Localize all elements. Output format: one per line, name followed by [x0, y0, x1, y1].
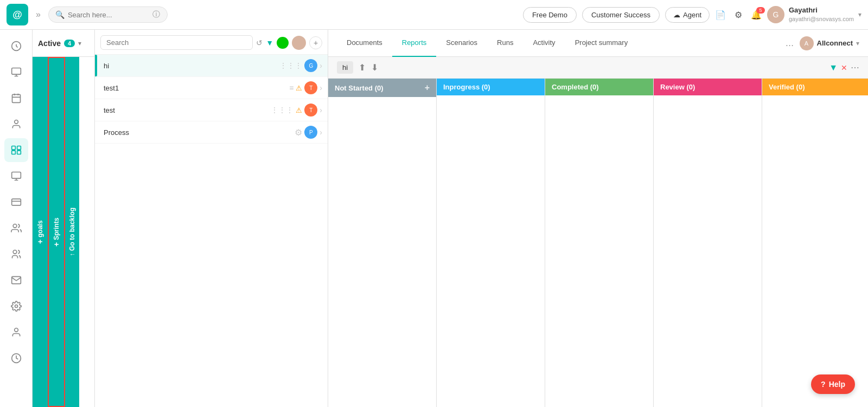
- active-badge: 4: [64, 40, 75, 47]
- subnav-activity[interactable]: Activity: [523, 30, 565, 57]
- sprint-user-avatar: [292, 36, 306, 50]
- subnav-more-icon[interactable]: …: [783, 36, 796, 50]
- sprint-item-hi[interactable]: hi ⋮⋮⋮ G ›: [95, 55, 328, 77]
- sprint-search-input[interactable]: [100, 35, 253, 50]
- project-dropdown-icon[interactable]: ▾: [856, 40, 859, 47]
- kanban-col-not-started: Not Started (0) +: [328, 79, 437, 407]
- search-input[interactable]: [68, 11, 149, 19]
- subnav-documents[interactable]: Documents: [337, 30, 392, 57]
- help-button[interactable]: ? Help: [811, 374, 855, 394]
- drag-icon-test1: ≡: [289, 83, 293, 92]
- active-dropdown-icon[interactable]: ▾: [78, 40, 81, 47]
- sidebar-item-card[interactable]: [4, 190, 28, 214]
- sprint-process-avatar: P: [304, 126, 317, 139]
- sprint-item-test1[interactable]: test1 ≡ ⚠ T ›: [95, 77, 328, 99]
- chevron-right-icon[interactable]: ›: [320, 61, 322, 70]
- logo-button[interactable]: @: [7, 4, 28, 25]
- sprint-item-process[interactable]: Process ⚙ P ›: [95, 121, 328, 144]
- selected-sprint-tag: hi: [337, 61, 353, 74]
- kanban-col-header-inprogress[interactable]: Inprogress (0): [437, 79, 545, 95]
- filter-icon[interactable]: ▼: [266, 38, 273, 47]
- svg-rect-9: [11, 199, 21, 205]
- more-nav-icon[interactable]: »: [34, 8, 43, 22]
- kanban-col-header-review[interactable]: Review (0): [654, 79, 762, 95]
- drag-icon-test: ⋮⋮⋮: [271, 106, 293, 114]
- svg-rect-7: [17, 151, 21, 154]
- agent-button[interactable]: ☁ Agent: [665, 7, 710, 23]
- svg-point-12: [15, 305, 17, 308]
- sub-nav-right: … A Allconnect ▾: [783, 36, 859, 50]
- add-not-started-icon[interactable]: +: [425, 83, 430, 93]
- kanban-col-body-inprogress: [437, 95, 545, 407]
- sidebar-item-analytics[interactable]: [4, 34, 28, 58]
- project-badge: A Allconnect ▾: [800, 36, 859, 50]
- sidebar-item-users[interactable]: [4, 320, 28, 344]
- chevron-right-icon-test1[interactable]: ›: [320, 83, 322, 92]
- user-name: Gayathri: [789, 6, 854, 15]
- left-sidebar: [0, 30, 33, 407]
- kanban-col-header-verified[interactable]: Verified (0): [762, 79, 868, 95]
- kanban-col-verified: Verified (0): [762, 79, 868, 407]
- settings-icon[interactable]: ⚙: [735, 10, 742, 20]
- sprint-test-icons: ⋮⋮⋮ ⚠ T ›: [271, 104, 322, 117]
- svg-point-11: [13, 250, 17, 254]
- kanban-col-body-verified: [762, 95, 868, 407]
- sidebar-item-calendar[interactable]: [4, 86, 28, 110]
- tab-sprints[interactable]: + Sprints: [48, 57, 65, 407]
- sidebar-item-monitor[interactable]: [4, 164, 28, 188]
- notification-icon[interactable]: 🔔 5: [751, 10, 762, 20]
- reset-icon[interactable]: ↺: [256, 38, 263, 47]
- sprint-hi-icons: ⋮⋮⋮ G ›: [279, 59, 322, 72]
- subnav-scenarios[interactable]: Scenarios: [436, 30, 487, 57]
- kanban-filter-icon[interactable]: ▼: [829, 63, 838, 73]
- svg-rect-8: [11, 172, 21, 179]
- chevron-right-icon-test[interactable]: ›: [320, 106, 322, 114]
- subnav-runs[interactable]: Runs: [487, 30, 523, 57]
- svg-point-13: [14, 328, 18, 332]
- kanban-col-body-completed: [545, 95, 653, 407]
- avatar[interactable]: G: [767, 6, 784, 23]
- sprint-test1-avatar: T: [304, 81, 317, 94]
- sidebar-item-tv[interactable]: [4, 60, 28, 84]
- sidebar-item-projects[interactable]: [4, 138, 28, 162]
- kanban-col-header-completed[interactable]: Completed (0): [545, 79, 653, 95]
- subnav-project-summary[interactable]: Project summary: [565, 30, 638, 57]
- sprint-list-panel: ↺ ▼ + hi ⋮⋮⋮ G › test1 ≡ ⚠ T ›: [95, 30, 328, 407]
- document-icon[interactable]: 📄: [715, 10, 726, 20]
- sidebar-item-settings[interactable]: [4, 294, 28, 318]
- upload-icon[interactable]: ⬆: [359, 62, 366, 73]
- kanban-col-body-not-started: [328, 97, 436, 407]
- sidebar-item-team[interactable]: [4, 216, 28, 240]
- project-name: Allconnect: [817, 39, 853, 47]
- free-demo-button[interactable]: Free Demo: [523, 7, 577, 23]
- kanban-col-header-not-started[interactable]: Not Started (0) +: [328, 79, 436, 97]
- svg-point-10: [13, 224, 17, 228]
- drag-icon-process: ⚙: [295, 127, 302, 138]
- sub-nav: Documents Reports Scenarios Runs Activit…: [328, 30, 868, 57]
- warn-icon-test: ⚠: [296, 106, 302, 114]
- svg-rect-6: [11, 151, 15, 154]
- download-icon[interactable]: ⬇: [371, 62, 378, 73]
- vertical-tabs: + goals + Sprints ↑ Go to backlog: [33, 57, 94, 407]
- sidebar-item-contacts[interactable]: [4, 112, 28, 136]
- chevron-right-icon-process[interactable]: ›: [320, 128, 322, 137]
- kanban-clear-icon[interactable]: ✕: [841, 63, 847, 72]
- add-sprint-button[interactable]: +: [309, 36, 322, 49]
- user-dropdown-icon[interactable]: ▾: [858, 11, 861, 18]
- sidebar-item-mail[interactable]: [4, 268, 28, 292]
- info-icon[interactable]: ⓘ: [152, 10, 160, 20]
- sprint-item-test[interactable]: test ⋮⋮⋮ ⚠ T ›: [95, 99, 328, 121]
- tab-backlog[interactable]: ↑ Go to backlog: [65, 57, 79, 407]
- sidebar-item-group[interactable]: [4, 242, 28, 266]
- kanban-col-inprogress: Inprogress (0): [437, 79, 545, 407]
- sprint-name-test1: test1: [104, 84, 286, 92]
- subnav-reports[interactable]: Reports: [392, 30, 437, 57]
- kanban-col-completed: Completed (0): [545, 79, 654, 407]
- tab-goals[interactable]: + goals: [33, 57, 48, 407]
- customer-success-button[interactable]: Customer Success: [582, 7, 660, 23]
- kanban-more-icon[interactable]: ⋯: [851, 62, 859, 73]
- sidebar-item-clock[interactable]: [4, 346, 28, 370]
- svg-rect-2: [12, 94, 20, 102]
- sprint-name-hi: hi: [104, 62, 276, 70]
- sprint-test1-icons: ≡ ⚠ T ›: [289, 81, 322, 94]
